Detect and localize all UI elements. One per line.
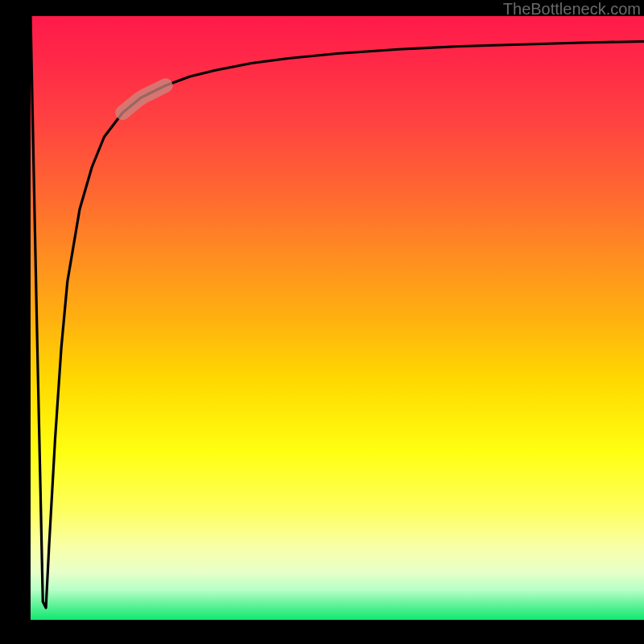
chart-frame: TheBottleneck.com <box>0 0 644 644</box>
attribution-text: TheBottleneck.com <box>503 0 641 19</box>
plot-area <box>31 16 644 620</box>
